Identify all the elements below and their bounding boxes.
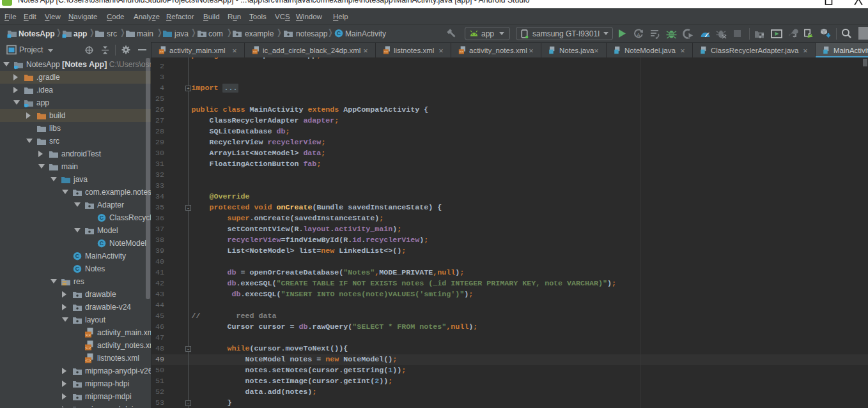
svg-text:C: C [100, 240, 104, 246]
svg-text:<>: <> [85, 332, 91, 337]
svg-text:<>: <> [85, 345, 91, 350]
svg-text:C: C [337, 30, 341, 36]
svg-text:<>: <> [384, 50, 389, 54]
svg-text:C: C [100, 215, 104, 221]
svg-text:<>: <> [159, 50, 164, 54]
svg-text:<>: <> [459, 50, 464, 54]
svg-text:C: C [75, 266, 80, 272]
svg-text:<>: <> [85, 358, 91, 363]
svg-text:C: C [75, 253, 80, 259]
svg-text:<>: <> [252, 50, 258, 54]
svg-text:A: A [637, 32, 640, 38]
